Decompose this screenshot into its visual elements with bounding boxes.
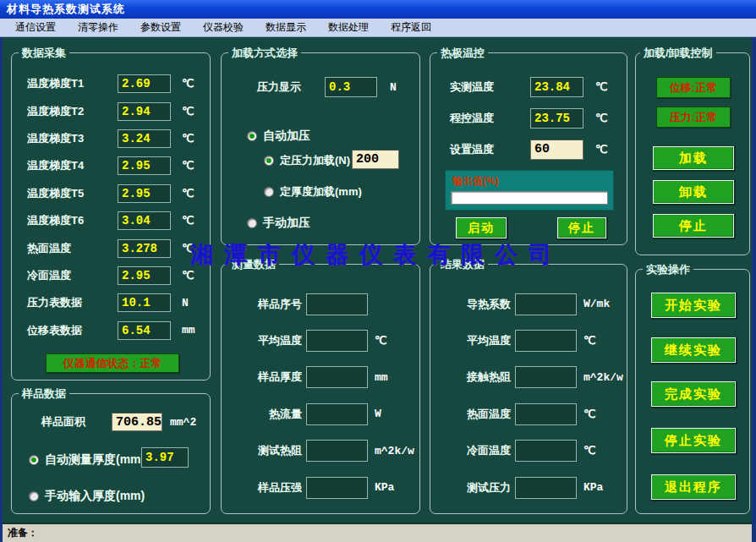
radio-label: 手动加压 <box>263 216 310 231</box>
sample-area-input[interactable] <box>112 413 162 431</box>
radio-manual-pressurize[interactable]: 手动加压 <box>247 216 310 231</box>
panel-hot-pole-temp-control: 热极温控 实测温度 23.84 ℃ 程控温度 23.75 ℃ 设置温度 ℃ 输出… <box>430 52 627 245</box>
field-row-test-pressure: 测试压力 KPa <box>430 469 627 506</box>
menu-item-data-process[interactable]: 数据处理 <box>320 19 377 36</box>
exit-program-button[interactable]: 退出程序 <box>651 474 736 500</box>
field-label: 程控温度 <box>450 111 530 126</box>
menu-item-program-return[interactable]: 程序返回 <box>382 19 440 36</box>
field-label: 温度梯度T5 <box>27 186 118 201</box>
menu-item-comm-settings[interactable]: 通信设置 <box>7 19 64 36</box>
field-row-t6: 温度梯度T6 3.04 ℃ <box>12 207 210 234</box>
start-experiment-button[interactable]: 开始实验 <box>651 293 736 318</box>
radio-label: 自动加压 <box>263 129 310 144</box>
radio-label: 自动测量厚度(mm) <box>45 452 145 468</box>
field-label: 热面温度 <box>27 241 118 256</box>
status-bar: 准备： <box>3 523 752 542</box>
radio-auto-thickness[interactable]: 自动测量厚度(mm) <box>29 452 145 468</box>
continue-experiment-button[interactable]: 继续实验 <box>651 337 736 363</box>
field-unit: ℃ <box>182 159 194 172</box>
field-row-t4: 温度梯度T4 2.95 ℃ <box>12 152 210 179</box>
menu-item-data-display[interactable]: 数据显示 <box>257 19 315 36</box>
status-text: 准备： <box>8 526 38 540</box>
field-unit: ℃ <box>583 444 596 457</box>
panel-experiment-operations: 实验操作 开始实验 继续实验 完成实验 停止实验 退出程序 <box>635 269 750 514</box>
radio-manual-thickness[interactable]: 手动输入厚度(mm) <box>29 489 145 504</box>
radio-const-thickness-load[interactable]: 定厚度加载(mm) <box>264 184 362 200</box>
field-label: 热流量 <box>243 407 302 422</box>
field-unit: ℃ <box>182 77 194 90</box>
field-row-cold-face-result: 冷面温度 ℃ <box>430 433 627 469</box>
field-label: 压力表数据 <box>27 295 118 310</box>
field-row-avg-temp-result: 平均温度 ℃ <box>430 322 627 359</box>
field-row-displacement-gauge: 位移表数据 6.54 mm <box>12 317 210 344</box>
sample-area-unit: mm^2 <box>170 416 196 429</box>
stop-load-button[interactable]: 停止 <box>653 214 734 238</box>
menu-item-param-settings[interactable]: 参数设置 <box>132 19 189 36</box>
field-label: 冷面温度 <box>452 443 511 458</box>
field-value <box>306 330 368 352</box>
field-row-hot-face: 热面温度 3.278 ℃ <box>12 234 210 261</box>
field-value: 23.84 <box>530 77 583 97</box>
field-unit: KPa <box>375 481 394 494</box>
start-heating-button[interactable]: 启动 <box>456 217 507 238</box>
field-unit: ℃ <box>583 334 596 348</box>
field-unit: m^2k/w <box>583 371 623 384</box>
menu-item-zero-operation[interactable]: 清零操作 <box>69 19 127 36</box>
field-value: 3.278 <box>118 239 171 258</box>
field-unit: ℃ <box>182 269 194 282</box>
output-power-label: 输出值(%) <box>452 174 499 189</box>
field-row-avg-temp: 平均温度 ℃ <box>222 322 419 359</box>
radio-label: 手动输入厚度(mm) <box>45 489 145 504</box>
panel-title: 实验操作 <box>643 262 693 277</box>
field-label: 测试压力 <box>452 480 511 495</box>
field-label: 接触热阻 <box>452 370 511 385</box>
set-temp-label: 设置温度 <box>450 142 530 157</box>
field-unit: W/mk <box>583 298 610 310</box>
field-value <box>306 403 368 425</box>
field-value <box>515 293 577 315</box>
panel-sample-data: 样品数据 样品面积 mm^2 自动测量厚度(mm) 3.97 手动输入厚度(mm… <box>11 393 211 514</box>
radio-label: 定厚度加载(mm) <box>280 184 362 200</box>
field-unit: ℃ <box>182 105 194 118</box>
set-temp-input[interactable] <box>530 140 583 160</box>
panel-title: 结果数据 <box>437 257 488 272</box>
field-row-cold-face: 冷面温度 2.95 ℃ <box>12 262 210 289</box>
field-label: 温度梯度T6 <box>27 213 118 228</box>
field-unit: KPa <box>583 481 603 494</box>
panel-load-method: 加载方式选择 压力显示 0.3 N 自动加压 定压力加载(N) 定厚度加载(mm… <box>221 52 420 245</box>
field-value <box>515 440 577 462</box>
title-bar: 材料导热系数测试系统 <box>0 0 756 19</box>
menu-item-calibration[interactable]: 仪器校验 <box>194 19 252 36</box>
radio-unselected-icon <box>247 218 257 228</box>
radio-const-pressure-load[interactable]: 定压力加载(N) <box>264 153 350 168</box>
comm-status-indicator: 仪器通信状态：正常 <box>46 353 179 373</box>
load-button[interactable]: 加载 <box>653 146 734 170</box>
field-label: 位移表数据 <box>27 323 118 338</box>
field-row-t5: 温度梯度T5 2.95 ℃ <box>12 180 210 207</box>
panel-title: 测量数据 <box>228 257 279 272</box>
unload-button[interactable]: 卸载 <box>653 180 734 204</box>
radio-auto-pressurize[interactable]: 自动加压 <box>247 129 310 144</box>
field-unit: ℃ <box>182 242 194 255</box>
radio-selected-icon <box>29 455 39 465</box>
field-row-measured-temp: 实测温度 23.84 ℃ <box>430 71 627 102</box>
stop-experiment-button[interactable]: 停止实验 <box>651 428 736 453</box>
field-row-t1: 温度梯度T1 2.69 ℃ <box>12 70 210 97</box>
field-value: 2.94 <box>118 102 171 121</box>
field-unit: ℃ <box>182 132 194 145</box>
field-unit: ℃ <box>595 112 608 125</box>
finish-experiment-button[interactable]: 完成实验 <box>651 381 736 407</box>
const-pressure-input[interactable] <box>352 150 399 169</box>
panel-title: 加载方式选择 <box>228 46 301 61</box>
radio-unselected-icon <box>264 187 274 197</box>
panel-data-acquisition: 数据采集 温度梯度T1 2.69 ℃ 温度梯度T2 2.94 ℃ 温度梯度T3 … <box>11 52 211 380</box>
field-label: 冷面温度 <box>27 268 118 283</box>
field-label: 平均温度 <box>243 333 302 348</box>
auto-thickness-value: 3.97 <box>141 447 189 468</box>
field-row-program-temp: 程控温度 23.75 ℃ <box>430 102 627 134</box>
field-value: 10.1 <box>118 293 171 312</box>
panel-measurement-data: 测量数据 样品序号 平均温度 ℃ 样品厚度 mm 热流量 W <box>221 264 420 514</box>
field-unit: ℃ <box>595 80 608 94</box>
displacement-status-indicator: 位移:正常 <box>656 77 731 98</box>
stop-heating-button[interactable]: 停止 <box>557 217 606 238</box>
